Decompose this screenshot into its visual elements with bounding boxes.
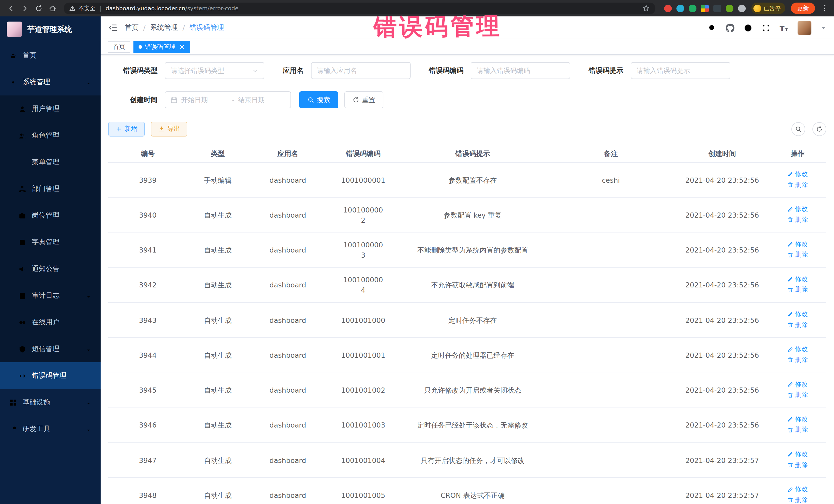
browser-menu-button[interactable] xyxy=(821,4,829,13)
grid-extension-icon[interactable] xyxy=(701,4,709,12)
delete-link[interactable]: 删除 xyxy=(787,180,808,190)
delete-link[interactable]: 删除 xyxy=(787,320,808,330)
edit-link[interactable]: 修改 xyxy=(787,345,808,354)
table-cell: 3946 xyxy=(108,408,187,443)
sidebar-item-home[interactable]: 首页 xyxy=(0,42,101,69)
sidebar-item-error-code[interactable]: 错误码管理 xyxy=(0,363,101,389)
security-label[interactable]: 不安全 xyxy=(79,4,95,12)
delete-link[interactable]: 删除 xyxy=(787,460,808,470)
plus-icon xyxy=(115,126,122,132)
table-cell: 1001000004 xyxy=(327,268,399,303)
delete-link[interactable]: 删除 xyxy=(787,425,808,435)
export-button[interactable]: 导出 xyxy=(151,122,187,136)
search-button[interactable]: 搜索 xyxy=(299,91,338,108)
fullscreen-icon[interactable] xyxy=(762,23,770,32)
sidebar-item-dict[interactable]: 字典管理 xyxy=(0,229,101,256)
red-circle-extension-icon[interactable] xyxy=(664,4,672,12)
font-size-icon[interactable]: TT xyxy=(780,23,788,32)
log-icon xyxy=(19,292,26,300)
sidebar-collapse-button[interactable] xyxy=(108,23,117,32)
edit-link[interactable]: 修改 xyxy=(787,450,808,459)
table-cell: 2021-04-20 23:52:56 xyxy=(675,233,769,268)
breadcrumb-item: 错误码管理 xyxy=(190,23,224,32)
delete-link[interactable]: 删除 xyxy=(787,285,808,295)
close-icon[interactable]: × xyxy=(179,43,185,50)
table-row: 3943自动生成dashboard1001001000定时任务不存在2021-0… xyxy=(108,303,826,338)
search-icon[interactable] xyxy=(708,23,717,32)
sidebar-item-sms[interactable]: 短信管理 xyxy=(0,336,101,363)
teal-drop-extension-icon[interactable] xyxy=(676,4,684,12)
edit-link[interactable]: 修改 xyxy=(787,379,808,389)
edit-link[interactable]: 修改 xyxy=(787,239,808,249)
bookmark-star-icon[interactable] xyxy=(642,5,650,12)
sidebar-item-infra[interactable]: 基础设施 xyxy=(0,389,101,416)
error-type-select[interactable]: 请选择错误码类型 xyxy=(165,62,264,79)
date-range-input[interactable]: 开始日期 - 结束日期 xyxy=(165,91,291,108)
tab-错误码管理[interactable]: 错误码管理× xyxy=(133,41,190,52)
browser-back-button[interactable] xyxy=(5,3,17,14)
refresh-button[interactable] xyxy=(812,122,826,136)
delete-icon xyxy=(787,497,793,503)
sidebar-item-menu[interactable]: 菜单管理 xyxy=(0,149,101,176)
table-row: 3944自动生成dashboard1001001001定时任务的处理器已经存在2… xyxy=(108,338,826,373)
sidebar-item-role[interactable]: 角色管理 xyxy=(0,122,101,149)
sidebar-item-notice[interactable]: 通知公告 xyxy=(0,256,101,282)
app-name-input[interactable] xyxy=(311,62,410,79)
delete-link[interactable]: 删除 xyxy=(787,390,808,400)
edit-link[interactable]: 修改 xyxy=(787,485,808,495)
error-msg-input[interactable] xyxy=(631,62,730,79)
table-row: 3941自动生成dashboard1001000003不能删除类型为系统内置的参… xyxy=(108,233,826,268)
github-icon[interactable] xyxy=(726,23,734,32)
search-toggle-button[interactable] xyxy=(791,122,805,136)
edit-link[interactable]: 修改 xyxy=(787,204,808,214)
edit-link[interactable]: 修改 xyxy=(787,415,808,424)
browser-update-button[interactable]: 更新 xyxy=(791,3,815,14)
sidebar-item-label: 错误码管理 xyxy=(32,371,66,380)
edit-icon xyxy=(787,486,793,492)
reset-button-label: 重置 xyxy=(362,95,375,105)
table-toolbar: 新增 导出 xyxy=(108,122,826,136)
sidebar-item-post[interactable]: 岗位管理 xyxy=(0,202,101,229)
edit-icon xyxy=(787,171,793,177)
tab-label: 错误码管理 xyxy=(145,42,176,51)
browser-forward-button[interactable] xyxy=(19,3,30,14)
caret-down-icon[interactable] xyxy=(821,25,826,30)
profile-paused-badge[interactable]: 已暂停 xyxy=(751,3,785,14)
column-header: 应用名 xyxy=(248,145,327,162)
gear-icon xyxy=(9,78,17,86)
sidebar-item-user[interactable]: 用户管理 xyxy=(0,95,101,122)
delete-link[interactable]: 删除 xyxy=(787,215,808,225)
browser-reload-button[interactable] xyxy=(33,3,44,14)
sidebar-item-dept[interactable]: 部门管理 xyxy=(0,176,101,202)
edit-link[interactable]: 修改 xyxy=(787,169,808,179)
tab-首页[interactable]: 首页 xyxy=(108,41,130,52)
green-leaf-extension-icon[interactable] xyxy=(726,4,733,12)
dark-on-extension-icon[interactable] xyxy=(714,4,721,12)
table-cell: dashboard xyxy=(248,408,327,443)
edit-icon xyxy=(787,381,793,388)
delete-link[interactable]: 删除 xyxy=(787,250,808,260)
sidebar-item-online-user[interactable]: 在线用户 xyxy=(0,309,101,336)
browser-home-button[interactable] xyxy=(47,3,58,14)
sidebar-item-dev-tool[interactable]: 研发工具 xyxy=(0,416,101,442)
sidebar-item-system[interactable]: 系统管理 xyxy=(0,69,101,95)
add-button[interactable]: 新增 xyxy=(108,122,145,136)
delete-link[interactable]: 删除 xyxy=(787,355,808,365)
address-bar[interactable]: 不安全 | dashboard.yudao.iocoder.cn/system/… xyxy=(64,2,655,14)
puzzle-extension-icon[interactable] xyxy=(738,4,746,12)
help-icon[interactable] xyxy=(744,23,752,32)
sidebar-item-audit-log[interactable]: 审计日志 xyxy=(0,282,101,309)
chevron-down-icon xyxy=(86,399,91,405)
user-avatar[interactable] xyxy=(797,21,811,35)
breadcrumb-item[interactable]: 系统管理 xyxy=(150,23,178,32)
edit-link[interactable]: 修改 xyxy=(787,275,808,284)
breadcrumb-item[interactable]: 首页 xyxy=(125,23,138,32)
error-code-input[interactable] xyxy=(470,62,570,79)
reset-button[interactable]: 重置 xyxy=(344,91,383,108)
range-separator: - xyxy=(232,96,234,104)
error-msg-label: 错误码提示 xyxy=(589,66,623,75)
edit-link[interactable]: 修改 xyxy=(787,309,808,319)
delete-link[interactable]: 删除 xyxy=(787,495,808,504)
green-v-extension-icon[interactable] xyxy=(689,4,697,12)
delete-icon xyxy=(787,252,793,258)
